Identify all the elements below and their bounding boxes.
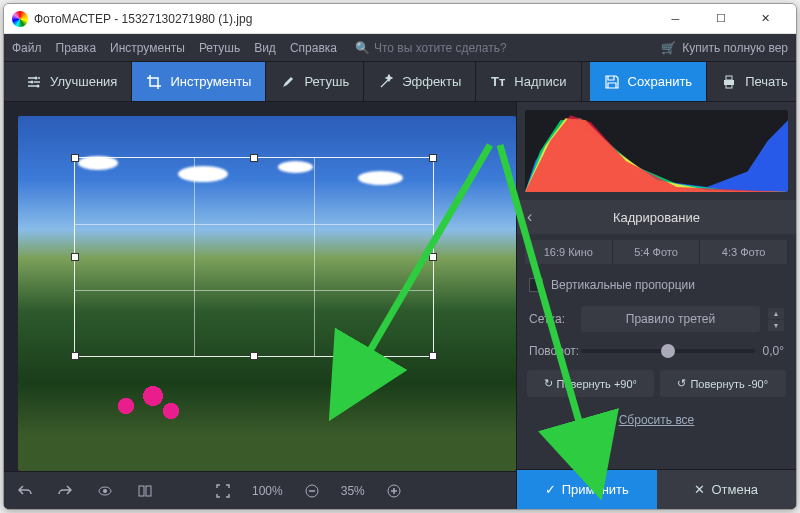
save-button[interactable]: Сохранить xyxy=(590,62,708,101)
bottom-toolbar: 100% 35% xyxy=(4,471,516,509)
vertical-label: Вертикальные пропорции xyxy=(551,278,695,292)
rotate-label: Поворот: xyxy=(529,344,573,358)
canvas-view[interactable] xyxy=(4,102,516,471)
tab-text[interactable]: Tт Надписи xyxy=(476,62,581,101)
menu-retouch[interactable]: Ретушь xyxy=(199,41,240,55)
eye-button[interactable] xyxy=(94,480,116,502)
rotate-slider[interactable] xyxy=(581,349,755,353)
svg-point-2 xyxy=(37,84,40,87)
rotate-ccw-icon: ↺ xyxy=(677,377,686,390)
slider-thumb[interactable] xyxy=(661,344,675,358)
crop-handle-bl[interactable] xyxy=(71,352,79,360)
crop-handle-tl[interactable] xyxy=(71,154,79,162)
crop-icon xyxy=(146,74,162,90)
rotate-plus-90[interactable]: ↻ Повернуть +90° xyxy=(527,370,654,397)
compare-button[interactable] xyxy=(134,480,156,502)
crop-handle-br[interactable] xyxy=(429,352,437,360)
crop-handle-b[interactable] xyxy=(250,352,258,360)
zoom-fit-label: 100% xyxy=(252,484,283,498)
cancel-button[interactable]: ✕ Отмена xyxy=(657,470,797,509)
close-button[interactable]: ✕ xyxy=(743,4,788,34)
check-icon: ✓ xyxy=(545,482,556,497)
text-icon: Tт xyxy=(490,74,506,90)
vertical-checkbox[interactable] xyxy=(529,278,543,292)
search-icon: 🔍 xyxy=(355,41,370,55)
menubar: Файл Правка Инструменты Ретушь Вид Справ… xyxy=(4,34,796,62)
tabbar: Улучшения Инструменты Ретушь Эффекты xyxy=(4,62,796,102)
rotate-cw-icon: ↻ xyxy=(544,377,553,390)
print-icon xyxy=(721,74,737,90)
window-title: ФотоМАСТЕР - 15327130271980 (1).jpg xyxy=(34,12,653,26)
app-icon xyxy=(12,11,28,27)
svg-rect-8 xyxy=(139,486,144,496)
menu-edit[interactable]: Правка xyxy=(56,41,97,55)
menu-file[interactable]: Файл xyxy=(12,41,42,55)
search-input[interactable]: 🔍 Что вы хотите сделать? xyxy=(355,41,507,55)
tab-enhance[interactable]: Улучшения xyxy=(12,62,132,101)
minimize-button[interactable]: ─ xyxy=(653,4,698,34)
right-panel: ‹ Кадрирование 16:9 Кино 5:4 Фото 4:3 Фо… xyxy=(516,102,796,509)
grid-label: Сетка: xyxy=(529,312,573,326)
grid-step-up[interactable]: ▲ xyxy=(768,308,784,319)
tab-effects[interactable]: Эффекты xyxy=(364,62,476,101)
canvas-area: 100% 35% xyxy=(4,102,516,509)
svg-point-7 xyxy=(103,489,107,493)
panel-title: Кадрирование xyxy=(613,210,700,225)
ratio-16-9[interactable]: 16:9 Кино xyxy=(525,240,613,264)
svg-rect-4 xyxy=(726,76,732,80)
zoom-out-button[interactable] xyxy=(301,480,323,502)
app-window: ФотоМАСТЕР - 15327130271980 (1).jpg ─ ☐ … xyxy=(3,3,797,510)
svg-point-0 xyxy=(35,76,38,79)
ratio-4-3[interactable]: 4:3 Фото xyxy=(700,240,788,264)
tab-tools[interactable]: Инструменты xyxy=(132,62,266,101)
crop-handle-t[interactable] xyxy=(250,154,258,162)
titlebar: ФотоМАСТЕР - 15327130271980 (1).jpg ─ ☐ … xyxy=(4,4,796,34)
cart-icon: 🛒 xyxy=(661,41,676,55)
menu-help[interactable]: Справка xyxy=(290,41,337,55)
grid-step-down[interactable]: ▼ xyxy=(768,320,784,331)
redo-button[interactable] xyxy=(54,480,76,502)
apply-button[interactable]: ✓ Применить xyxy=(517,470,657,509)
crop-handle-tr[interactable] xyxy=(429,154,437,162)
undo-button[interactable] xyxy=(14,480,36,502)
wand-icon xyxy=(378,74,394,90)
buy-link[interactable]: 🛒 Купить полную вер xyxy=(661,41,788,55)
rotate-value: 0,0° xyxy=(763,344,784,358)
maximize-button[interactable]: ☐ xyxy=(698,4,743,34)
menu-view[interactable]: Вид xyxy=(254,41,276,55)
fit-button[interactable] xyxy=(212,480,234,502)
back-button[interactable]: ‹ xyxy=(527,208,532,226)
sliders-icon xyxy=(26,74,42,90)
histogram xyxy=(525,110,788,192)
grid-dropdown[interactable]: Правило третей xyxy=(581,306,760,332)
rotate-minus-90[interactable]: ↺ Повернуть -90° xyxy=(660,370,787,397)
save-icon xyxy=(604,74,620,90)
panel-header: ‹ Кадрирование xyxy=(517,200,796,234)
crop-rectangle[interactable] xyxy=(74,157,434,357)
print-button[interactable]: Печать xyxy=(707,62,796,101)
svg-rect-9 xyxy=(146,486,151,496)
menu-tools[interactable]: Инструменты xyxy=(110,41,185,55)
zoom-level: 35% xyxy=(341,484,365,498)
zoom-in-button[interactable] xyxy=(383,480,405,502)
x-icon: ✕ xyxy=(694,482,705,497)
reset-link[interactable]: Сбросить все xyxy=(517,403,796,437)
brush-icon xyxy=(280,74,296,90)
crop-handle-l[interactable] xyxy=(71,253,79,261)
ratio-5-4[interactable]: 5:4 Фото xyxy=(613,240,701,264)
svg-point-1 xyxy=(31,80,34,83)
tab-retouch[interactable]: Ретушь xyxy=(266,62,364,101)
crop-handle-r[interactable] xyxy=(429,253,437,261)
